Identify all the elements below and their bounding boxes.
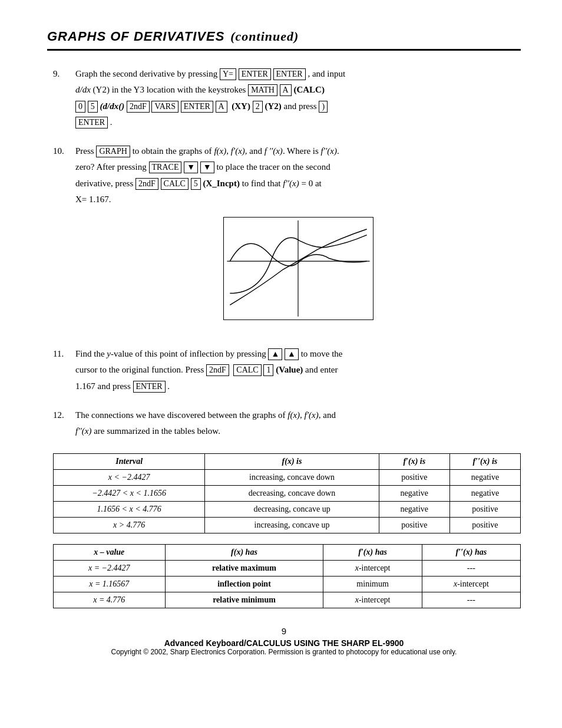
key-paren: ) xyxy=(319,101,328,113)
table1-header-fx: f(x) is xyxy=(205,454,379,470)
title-sub: (continued) xyxy=(230,29,299,44)
key-5: 5 xyxy=(191,178,201,190)
table2-header-fppx: f′′(x) has xyxy=(422,545,520,561)
item-12: 12. The connections we have discovered b… xyxy=(53,409,521,441)
t1r2-fppx: negative xyxy=(449,486,520,502)
t1r1-fppx: negative xyxy=(449,470,520,486)
table1-header-interval: Interval xyxy=(54,454,205,470)
content-area: 9. Graph the second derivative by pressi… xyxy=(47,67,521,608)
graph-svg xyxy=(224,218,373,319)
key-up-2: ▲ xyxy=(285,348,299,360)
t2r2-fppx: x-intercept xyxy=(422,577,520,592)
table-row: x < −2.4427 increasing, concave down pos… xyxy=(54,470,521,486)
t2r2-xval: x = 1.16567 xyxy=(54,577,166,592)
key-a-1: A xyxy=(280,84,292,96)
graph-area xyxy=(75,217,521,320)
table-row: 1.1656 < x < 4.776 decreasing, concave u… xyxy=(54,502,521,518)
table1-header-fpx: f′(x) is xyxy=(379,454,449,470)
footer-copyright: Copyright © 2002, Sharp Electronics Corp… xyxy=(47,648,521,656)
key-enter-5: ENTER xyxy=(133,381,166,393)
table-row: x = 1.16567 inflection point minimum x-i… xyxy=(54,577,521,592)
key-2: 2 xyxy=(253,101,263,113)
table2-header-fx: f(x) has xyxy=(165,545,323,561)
key-down-1: ▼ xyxy=(184,162,198,173)
key-2ndf-3: 2ndF xyxy=(206,364,229,376)
item-11-num: 11. xyxy=(53,347,75,396)
key-down-2: ▼ xyxy=(200,162,214,173)
key-enter-1: ENTER xyxy=(239,68,271,80)
t1r2-fx: decreasing, concave down xyxy=(205,486,379,502)
table-row: x = 4.776 relative minimum x-intercept -… xyxy=(54,592,521,608)
t1r3-fpx: negative xyxy=(379,502,449,518)
t1r4-fx: increasing, concave up xyxy=(205,518,379,533)
key-enter-4: ENTER xyxy=(75,117,108,129)
t2r1-fpx: x-intercept xyxy=(323,561,422,577)
t1r2-interval: −2.4427 < x < 1.1656 xyxy=(54,486,205,502)
table2-header-xval: x – value xyxy=(54,545,166,561)
footer: 9 Advanced Keyboard/CALCULUS USING THE S… xyxy=(47,626,521,656)
footer-title: Advanced Keyboard/CALCULUS USING THE SHA… xyxy=(47,638,521,648)
key-a-2: A xyxy=(216,101,227,113)
t1r4-interval: x > 4.776 xyxy=(54,518,205,533)
key-1: 1 xyxy=(263,364,273,376)
title-main: GRAPHS OF DERIVATIVES xyxy=(47,29,224,44)
t1r3-fx: decreasing, concave up xyxy=(205,502,379,518)
t2r2-fx: inflection point xyxy=(165,577,323,592)
key-enter-3: ENTER xyxy=(181,101,213,113)
key-calc-2: CALC xyxy=(233,364,261,376)
table-row: x > 4.776 increasing, concave up positiv… xyxy=(54,518,521,533)
t2r3-xval: x = 4.776 xyxy=(54,592,166,608)
item-12-body: The connections we have discovered betwe… xyxy=(75,409,521,441)
t1r3-fppx: positive xyxy=(449,502,520,518)
t1r1-fx: increasing, concave down xyxy=(205,470,379,486)
item-12-num: 12. xyxy=(53,409,75,441)
key-calc: CALC xyxy=(161,178,189,190)
key-5: 5 xyxy=(88,101,98,113)
t1r2-fpx: negative xyxy=(379,486,449,502)
key-2ndf-2: 2ndF xyxy=(135,178,158,190)
t2r1-xval: x = −2.4427 xyxy=(54,561,166,577)
key-y-equals: Y= xyxy=(220,68,236,80)
t1r3-interval: 1.1656 < x < 4.776 xyxy=(54,502,205,518)
graph-box xyxy=(223,217,373,320)
key-up-1: ▲ xyxy=(268,348,282,360)
key-math: MATH xyxy=(248,84,277,96)
t2r3-fpx: x-intercept xyxy=(323,592,422,608)
t1r4-fppx: positive xyxy=(449,518,520,533)
item-11-body: Find the y-value of this point of inflec… xyxy=(75,347,521,396)
item-10-num: 10. xyxy=(53,144,75,334)
page-number: 9 xyxy=(47,626,521,636)
item-10: 10. Press GRAPH to obtain the graphs of … xyxy=(53,144,521,334)
key-graph: GRAPH xyxy=(96,146,130,157)
item-10-body: Press GRAPH to obtain the graphs of f(x)… xyxy=(75,144,521,334)
key-vars: VARS xyxy=(151,101,178,113)
t1r4-fpx: positive xyxy=(379,518,449,533)
item-9: 9. Graph the second derivative by pressi… xyxy=(53,67,521,131)
t2r1-fx: relative maximum xyxy=(165,561,323,577)
table2-header-fpx: f′(x) has xyxy=(323,545,422,561)
t2r3-fppx: --- xyxy=(422,592,520,608)
table-row: −2.4427 < x < 1.1656 decreasing, concave… xyxy=(54,486,521,502)
tables-section: Interval f(x) is f′(x) is f′′(x) is x < … xyxy=(53,453,521,608)
t2r1-fppx: --- xyxy=(422,561,520,577)
table-row: x = −2.4427 relative maximum x-intercept… xyxy=(54,561,521,577)
t1r1-interval: x < −2.4427 xyxy=(54,470,205,486)
table-1: Interval f(x) is f′(x) is f′′(x) is x < … xyxy=(53,453,521,533)
table1-header-fppx: f′′(x) is xyxy=(449,454,520,470)
table-2: x – value f(x) has f′(x) has f′′(x) has … xyxy=(53,544,521,608)
key-enter-2: ENTER xyxy=(273,68,306,80)
key-2ndf-1: 2ndF xyxy=(127,101,150,113)
t1r1-fpx: positive xyxy=(379,470,449,486)
item-11: 11. Find the y-value of this point of in… xyxy=(53,347,521,396)
page-title: GRAPHS OF DERIVATIVES (continued) xyxy=(47,24,521,51)
key-trace: TRACE xyxy=(149,162,182,173)
key-0: 0 xyxy=(75,101,85,113)
t2r3-fx: relative minimum xyxy=(165,592,323,608)
item-9-body: Graph the second derivative by pressing … xyxy=(75,67,521,131)
t2r2-fpx: minimum xyxy=(323,577,422,592)
item-9-num: 9. xyxy=(53,67,75,131)
